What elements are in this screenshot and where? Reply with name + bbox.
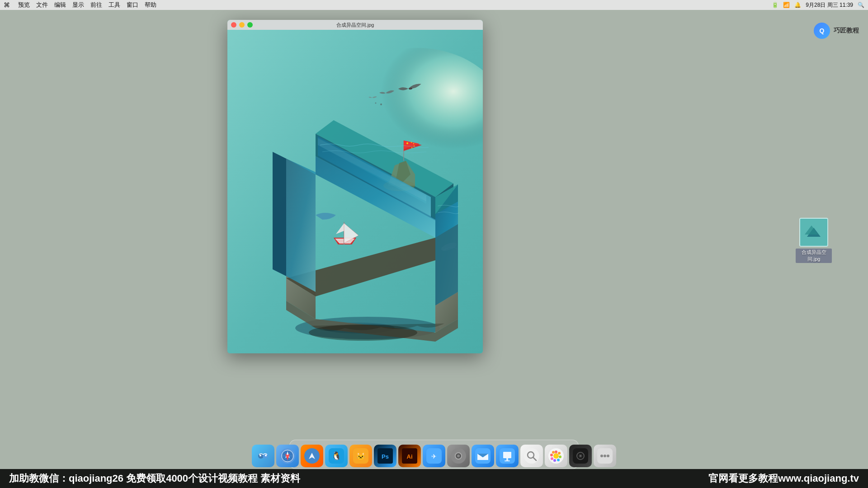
window-title: 合成异晶空间.jpg [336, 22, 374, 28]
banner-left-text: 加助教微信：qiaojiang26 免费领取4000个设计视频教程 素材资料 [9, 472, 300, 485]
svg-rect-76 [458, 460, 459, 462]
svg-point-4 [375, 103, 377, 104]
svg-point-74 [457, 455, 460, 457]
dock-item-nav[interactable] [301, 445, 323, 467]
artwork-svg [227, 30, 483, 353]
svg-point-94 [557, 459, 560, 461]
svg-text:Ps: Ps [382, 453, 389, 460]
svg-point-93 [559, 455, 561, 458]
svg-point-90 [553, 453, 559, 459]
dock-item-qq[interactable]: 🐧 [325, 445, 348, 467]
svg-point-106 [607, 455, 609, 457]
svg-rect-84 [506, 458, 508, 460]
watermark: Q 巧匠教程 [814, 23, 859, 39]
watermark-logo: Q [814, 23, 830, 39]
dock: 🐧 🐱 Ps Ai ✈ [0, 437, 868, 469]
menu-wifi-icon: 📶 [783, 2, 790, 8]
svg-point-19 [413, 143, 414, 144]
svg-point-91 [555, 450, 557, 453]
svg-point-96 [551, 457, 553, 460]
svg-rect-75 [458, 450, 459, 452]
dock-item-keynote[interactable] [496, 445, 519, 467]
svg-point-21 [411, 147, 412, 148]
svg-text:🐧: 🐧 [331, 451, 342, 461]
svg-point-102 [580, 455, 581, 457]
window-content [227, 30, 483, 353]
svg-rect-83 [503, 452, 511, 458]
menu-edit[interactable]: 编辑 [54, 1, 66, 9]
svg-text:Ai: Ai [407, 453, 413, 460]
menu-preview[interactable]: 预览 [18, 1, 30, 9]
menu-bar-left: ⌘ 预览 文件 编辑 显示 前往 工具 窗口 帮助 [4, 1, 156, 9]
window-close-button[interactable] [231, 22, 236, 28]
svg-point-53 [259, 455, 261, 456]
watermark-text: 巧匠教程 [834, 27, 859, 35]
svg-text:🐱: 🐱 [356, 452, 365, 460]
svg-marker-33 [286, 159, 316, 292]
svg-point-104 [600, 455, 603, 457]
menu-view[interactable]: 显示 [72, 1, 84, 9]
banner-right-text: 官网看更多教程www.qiaojiang.tv [708, 472, 859, 485]
svg-marker-30 [435, 224, 458, 305]
menu-bar-right: 🔋 📶 🔔 9月28日 周三 11:39 🔍 [772, 1, 864, 9]
dock-item-safari[interactable] [276, 445, 299, 467]
preview-window[interactable]: 合成异晶空间.jpg [227, 20, 483, 353]
menu-help[interactable]: 帮助 [145, 1, 156, 9]
dock-item-darkroom[interactable] [569, 445, 592, 467]
svg-point-98 [552, 451, 555, 454]
dock-item-airmail[interactable] [472, 445, 494, 467]
svg-rect-85 [505, 460, 510, 461]
desktop: Q 巧匠教程 合成异晶空间.jpg [0, 10, 868, 488]
svg-text:✈: ✈ [431, 453, 437, 460]
dock-item-photos[interactable] [545, 445, 567, 467]
menu-file[interactable]: 文件 [36, 1, 48, 9]
svg-point-95 [553, 459, 556, 462]
svg-rect-78 [462, 455, 464, 457]
menu-battery-icon: 🔋 [772, 2, 778, 8]
apple-menu[interactable]: ⌘ [4, 1, 10, 9]
dock-item-more[interactable] [594, 445, 616, 467]
dock-item-cat[interactable]: 🐱 [349, 445, 372, 467]
dock-item-testflight[interactable]: ✈ [423, 445, 445, 467]
dock-item-system-prefs[interactable] [447, 445, 470, 467]
menu-notification-icon: 🔔 [794, 2, 801, 8]
menu-search-icon[interactable]: 🔍 [858, 2, 864, 8]
menu-go[interactable]: 前往 [90, 1, 102, 9]
svg-point-92 [558, 452, 561, 455]
desktop-icon-thumbnail [799, 218, 828, 247]
dock-item-search[interactable] [520, 445, 543, 467]
bottom-banner: 加助教微信：qiaojiang26 免费领取4000个设计视频教程 素材资料 官… [0, 469, 868, 488]
svg-marker-34 [273, 152, 286, 276]
svg-point-54 [265, 455, 267, 456]
window-controls [231, 22, 253, 28]
svg-point-17 [406, 142, 408, 144]
svg-point-105 [604, 455, 606, 457]
menu-bar: ⌘ 预览 文件 编辑 显示 前往 工具 窗口 帮助 🔋 📶 🔔 9月28日 周三… [0, 0, 868, 10]
window-minimize-button[interactable] [239, 22, 245, 28]
window-titlebar: 合成异晶空间.jpg [227, 20, 483, 30]
svg-rect-77 [453, 455, 455, 457]
svg-point-3 [380, 103, 382, 105]
window-maximize-button[interactable] [247, 22, 253, 28]
menu-window[interactable]: 窗口 [127, 1, 138, 9]
desktop-icon-label: 合成异晶空间.jpg [796, 249, 832, 263]
dock-item-photoshop[interactable]: Ps [374, 445, 396, 467]
menu-tools[interactable]: 工具 [108, 1, 120, 9]
svg-point-20 [414, 145, 415, 146]
menu-datetime: 9月28日 周三 11:39 [806, 1, 853, 9]
svg-point-97 [550, 454, 553, 456]
svg-point-18 [411, 142, 412, 143]
dock-item-illustrator[interactable]: Ai [398, 445, 421, 467]
dock-item-finder[interactable] [252, 445, 274, 467]
svg-point-86 [524, 448, 539, 464]
desktop-file-icon[interactable]: 合成异晶空间.jpg [796, 218, 832, 263]
